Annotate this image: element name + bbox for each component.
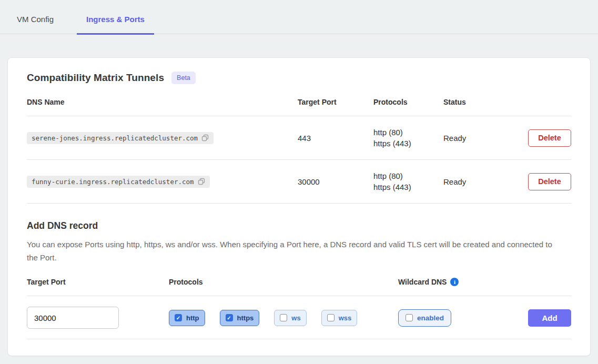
col-header-target-port: Target Port (298, 98, 373, 106)
card-title-row: Compatibility Matrix Tunnels Beta (27, 72, 571, 84)
tab-vm-config[interactable]: VM Config (7, 11, 63, 34)
protocol-line: http (80) (373, 127, 443, 138)
checkbox-icon: ✓ (406, 314, 413, 321)
dns-name-cell: serene-jones.ingress.replicatedcluster.c… (27, 132, 298, 144)
form-header-protocols: Protocols (169, 278, 398, 286)
info-icon[interactable]: i (450, 278, 459, 286)
wildcard-and-add: ✓ enabled Add (398, 309, 571, 327)
protocol-label: http (186, 314, 199, 322)
add-dns-heading: Add DNS record (27, 220, 571, 231)
dns-name-pill: funny-curie.ingress.replicatedcluster.co… (27, 176, 210, 188)
add-button[interactable]: Add (528, 309, 571, 327)
protocol-label: wss (339, 314, 352, 322)
protocol-checkbox-wss[interactable]: ✓ wss (321, 310, 358, 326)
add-form-header: Target Port Protocols Wildcard DNS i (27, 278, 571, 296)
delete-button[interactable]: Delete (528, 129, 571, 147)
protocol-checkbox-http[interactable]: ✓ http (169, 310, 205, 326)
col-header-status: Status (443, 98, 518, 106)
table-row: funny-curie.ingress.replicatedcluster.co… (27, 160, 571, 204)
status-cell: Ready (443, 177, 518, 186)
copy-icon[interactable] (201, 134, 209, 142)
tab-ingress-ports[interactable]: Ingress & Ports (77, 11, 154, 34)
protocols-cell: http (80) https (443) (373, 127, 443, 149)
card-bottom-divider (27, 339, 571, 347)
table-row: serene-jones.ingress.replicatedcluster.c… (27, 116, 571, 160)
protocol-label: https (237, 314, 254, 322)
form-header-target-port: Target Port (27, 278, 169, 286)
protocols-cell: http (80) https (443) (373, 170, 443, 193)
tab-bar: VM Config Ingress & Ports (0, 0, 598, 34)
wildcard-enabled-checkbox[interactable]: ✓ enabled (398, 309, 451, 327)
delete-button[interactable]: Delete (528, 173, 571, 190)
col-header-dns-name: DNS Name (27, 98, 298, 106)
protocol-label: ws (291, 314, 300, 322)
protocol-line: http (80) (373, 170, 443, 181)
target-port-input[interactable] (27, 307, 119, 329)
target-port-field-wrap (27, 307, 169, 329)
protocol-checkbox-https[interactable]: ✓ https (220, 310, 260, 326)
protocol-line: https (443) (373, 181, 443, 193)
status-cell: Ready (443, 134, 518, 143)
beta-badge: Beta (171, 72, 196, 84)
dns-name-text: serene-jones.ingress.replicatedcluster.c… (32, 134, 198, 142)
checkbox-icon: ✓ (226, 314, 233, 321)
checkbox-icon: ✓ (327, 314, 335, 321)
target-port-cell: 30000 (298, 177, 373, 186)
dns-name-pill: serene-jones.ingress.replicatedcluster.c… (27, 132, 214, 144)
copy-icon[interactable] (198, 178, 206, 186)
wildcard-dns-label: Wildcard DNS (398, 278, 447, 286)
add-dns-description: You can expose Ports using http, https, … (27, 238, 558, 264)
col-header-protocols: Protocols (373, 98, 443, 106)
tunnels-table-header: DNS Name Target Port Protocols Status (27, 98, 571, 116)
checkbox-icon: ✓ (280, 314, 287, 321)
form-header-wildcard-dns: Wildcard DNS i (398, 278, 571, 286)
add-form-row: ✓ http ✓ https ✓ ws ✓ wss ✓ enabled Add (27, 307, 571, 329)
target-port-cell: 443 (298, 134, 373, 143)
wildcard-enabled-label: enabled (417, 314, 444, 322)
tunnels-card: Compatibility Matrix Tunnels Beta DNS Na… (7, 57, 591, 356)
checkbox-icon: ✓ (175, 314, 182, 321)
page-title: Compatibility Matrix Tunnels (27, 72, 164, 84)
protocols-group: ✓ http ✓ https ✓ ws ✓ wss (169, 310, 398, 326)
dns-name-text: funny-curie.ingress.replicatedcluster.co… (32, 178, 194, 186)
protocol-checkbox-ws[interactable]: ✓ ws (274, 310, 306, 326)
dns-name-cell: funny-curie.ingress.replicatedcluster.co… (27, 176, 298, 188)
protocol-line: https (443) (373, 138, 443, 149)
